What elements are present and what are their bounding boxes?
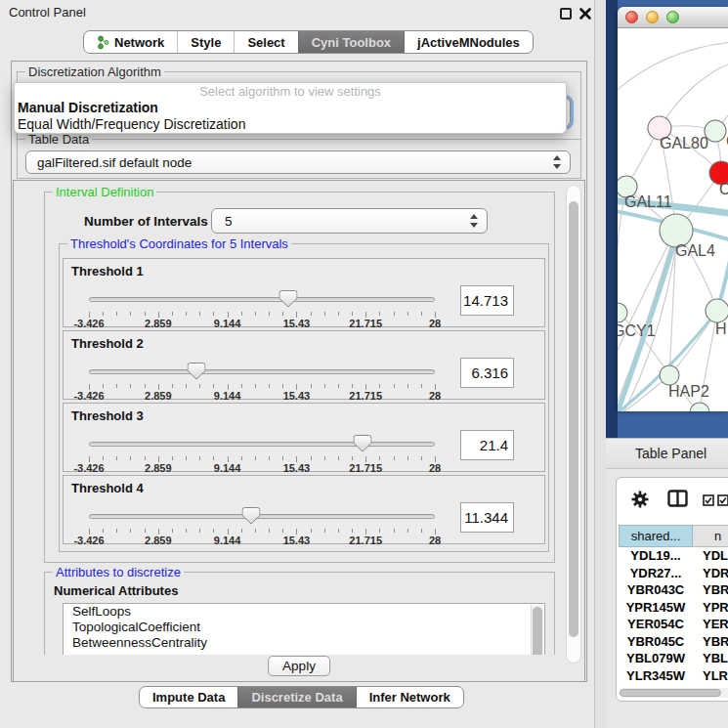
- table-hscrollbar[interactable]: [619, 688, 728, 698]
- slider-tick: [172, 529, 173, 533]
- dropdown-hint: Select algorithm to view settings: [15, 83, 566, 100]
- network-edge[interactable]: [618, 42, 728, 97]
- float-icon[interactable]: [560, 8, 572, 20]
- threshold-slider[interactable]: -3.4262.8599.14415.4321.71528: [89, 361, 435, 400]
- threshold-slider[interactable]: -3.4262.8599.14415.4321.71528: [89, 433, 435, 472]
- network-node[interactable]: [660, 365, 679, 385]
- slider-tick: [186, 312, 187, 316]
- threshold-slider[interactable]: -3.4262.8599.14415.4321.71528: [89, 288, 435, 327]
- table-cell[interactable]: YLR345W: [619, 667, 693, 685]
- network-node[interactable]: [690, 403, 709, 411]
- slider-tick: [311, 456, 312, 460]
- tab-network[interactable]: Network: [84, 31, 177, 53]
- table-cell[interactable]: YDL19...: [619, 547, 693, 565]
- threshold-slider[interactable]: -3.4262.8599.14415.4321.71528: [89, 505, 435, 544]
- network-canvas[interactable]: GAL80GCGAL11GAL4GCY1HHAP2: [618, 28, 728, 411]
- attribute-item[interactable]: BetweennessCentrality: [64, 635, 544, 651]
- table-cell[interactable]: YDR27...: [619, 565, 693, 582]
- slider-tick: [145, 529, 146, 533]
- checkbox-icon[interactable]: [717, 492, 728, 510]
- table-row[interactable]: YLR345WYLR3: [619, 667, 728, 685]
- tab-label: Style: [191, 35, 221, 50]
- network-node[interactable]: [706, 299, 728, 322]
- table-hscrollbar-thumb[interactable]: [620, 689, 721, 697]
- table-cell[interactable]: YDR2: [693, 565, 728, 582]
- table-cell[interactable]: YPR1: [693, 599, 728, 617]
- dropdown-option[interactable]: Manual Discretization: [15, 100, 566, 116]
- table-row[interactable]: YPR145WYPR1: [619, 599, 728, 617]
- network-node-label: GAL11: [624, 193, 672, 210]
- dropdown-option[interactable]: Equal Width/Frequency Discretization: [15, 116, 566, 133]
- tab-select[interactable]: Select: [234, 31, 297, 53]
- list-scrollbar-thumb[interactable]: [533, 607, 542, 655]
- table-cell[interactable]: YBR0: [693, 633, 728, 651]
- tab-cyni-toolbox[interactable]: Cyni Toolbox: [298, 31, 404, 53]
- minimize-light[interactable]: [646, 11, 659, 23]
- slider-thumb[interactable]: [279, 290, 298, 308]
- table-cell[interactable]: YER0: [693, 616, 728, 633]
- table-row[interactable]: YBR043CYBR0: [619, 581, 728, 599]
- slider-track[interactable]: [89, 369, 435, 374]
- slider-tick-label: 21.715: [349, 318, 382, 329]
- slider-tick-label: 15.43: [283, 318, 311, 329]
- slider-track[interactable]: [89, 297, 435, 302]
- close-light[interactable]: [625, 11, 638, 23]
- tab-style[interactable]: Style: [177, 31, 234, 53]
- table-cell[interactable]: YBR043C: [619, 581, 693, 599]
- slider-tick-label: -3.426: [73, 390, 104, 402]
- column-header[interactable]: n: [693, 525, 728, 547]
- slider-tick: [338, 312, 339, 316]
- close-icon[interactable]: [578, 7, 592, 21]
- slider-tick: [269, 312, 270, 316]
- network-edge[interactable]: [660, 63, 728, 128]
- network-window-titlebar[interactable]: [618, 7, 728, 28]
- threshold-value-field[interactable]: 14.713: [460, 285, 514, 316]
- gear-icon[interactable]: [630, 490, 650, 513]
- table-cell[interactable]: YDL1: [693, 547, 728, 565]
- slider-thumb[interactable]: [353, 435, 371, 452]
- column-header[interactable]: shared...: [619, 525, 693, 547]
- num-intervals-combo[interactable]: 5: [211, 208, 488, 234]
- apply-button[interactable]: Apply: [268, 656, 330, 676]
- tab-infer-network[interactable]: Infer Network: [356, 687, 463, 707]
- list-scrollbar[interactable]: [531, 605, 543, 655]
- table-cell[interactable]: YPR145W: [619, 599, 693, 617]
- table-row[interactable]: YBR045CYBR0: [619, 633, 728, 651]
- tab-discretize-data[interactable]: Discretize Data: [237, 687, 355, 707]
- tab-jactivemnodules[interactable]: jActiveMNodules: [404, 31, 533, 53]
- slider-thumb[interactable]: [242, 507, 261, 525]
- threshold-value-field[interactable]: 11.344: [460, 502, 514, 533]
- table-cell[interactable]: YBL0: [693, 650, 728, 667]
- slider-tick: [421, 456, 422, 460]
- threshold-value-field[interactable]: 6.316: [460, 358, 514, 388]
- panel-scrollbar-thumb[interactable]: [569, 201, 578, 637]
- checkbox-icon[interactable]: [703, 492, 714, 510]
- attribute-item[interactable]: SelfLoops: [64, 604, 544, 620]
- tab-label: Impute Data: [152, 690, 225, 705]
- table-row[interactable]: YBL079WYBL0: [619, 650, 728, 667]
- slider-tick: [116, 529, 117, 533]
- panel-scrollbar[interactable]: [566, 185, 581, 664]
- columns-icon[interactable]: [667, 490, 688, 511]
- slider-thumb[interactable]: [187, 363, 205, 380]
- slider-tick: [379, 529, 380, 533]
- table-cell[interactable]: YBL079W: [619, 650, 693, 667]
- table-cell[interactable]: YER054C: [619, 616, 693, 633]
- table-row[interactable]: YDR27...YDR2: [619, 565, 728, 582]
- slider-track[interactable]: [89, 514, 435, 519]
- table-cell[interactable]: YBR0: [693, 581, 728, 599]
- slider-tick: [282, 312, 283, 316]
- zoom-light[interactable]: [666, 11, 679, 23]
- slider-tick: [379, 312, 380, 316]
- tab-impute-data[interactable]: Impute Data: [140, 687, 237, 707]
- slider-track[interactable]: [89, 442, 435, 447]
- slider-tick: [172, 384, 173, 388]
- table-cell[interactable]: YBR045C: [619, 633, 693, 651]
- table-row[interactable]: YER054CYER0: [619, 616, 728, 633]
- numerical-attributes-list[interactable]: SelfLoopsTopologicalCoefficientBetweenne…: [63, 603, 545, 655]
- table-row[interactable]: YDL19...YDL1: [619, 547, 728, 565]
- threshold-value-field[interactable]: 21.4: [460, 430, 514, 460]
- table-cell[interactable]: YLR3: [693, 667, 728, 685]
- attribute-item[interactable]: TopologicalCoefficient: [64, 620, 544, 635]
- table-data-combo[interactable]: galFiltered.sif default node: [25, 150, 571, 174]
